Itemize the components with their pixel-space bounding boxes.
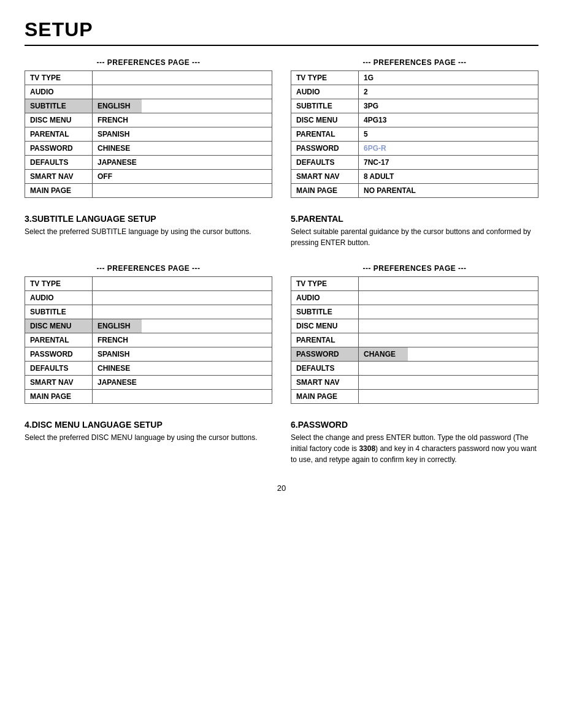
page-number: 20 (25, 483, 538, 493)
section3-heading: 4.DISC MENU LANGUAGE SETUP (25, 420, 272, 430)
table-row: DEFAULTS CHINESE (25, 362, 272, 376)
table-row: DISC MENU (291, 319, 538, 333)
cell-audio2: AUDIO (291, 85, 359, 99)
cell-parental2: PARENTAL (291, 127, 359, 141)
page-title: SETUP (25, 18, 538, 41)
section2-table: TV TYPE 1G AUDIO 2 SUBTITLE 3PG DISC MEN… (291, 70, 538, 198)
table-row: DISC MENU 4PG13 (291, 113, 538, 127)
cell-audio: AUDIO (25, 85, 93, 99)
cell-defaults3: DEFAULTS (25, 362, 93, 375)
cell-defaults2: DEFAULTS (291, 156, 359, 169)
section3-table: TV TYPE AUDIO SUBTITLE DISC MENU ENGLISH… (25, 276, 272, 404)
table-row: PASSWORD SPANISH (25, 347, 272, 362)
cell-parental-val: SPANISH (93, 127, 142, 141)
table-row: SMART NAV (291, 376, 538, 390)
cell-main-page4-val (359, 390, 408, 403)
cell-main-page: MAIN PAGE (25, 184, 93, 197)
table-row: DEFAULTS (291, 362, 538, 376)
cell-main-page3: MAIN PAGE (25, 390, 93, 403)
table-row: TV TYPE 1G (291, 71, 538, 85)
cell-parental3-val: FRENCH (93, 333, 142, 347)
table-row: PARENTAL FRENCH (25, 333, 272, 347)
table-row: MAIN PAGE (25, 184, 272, 197)
section4-table: TV TYPE AUDIO SUBTITLE DISC MENU PARENTA… (291, 276, 538, 404)
cell-password3: PASSWORD (25, 347, 93, 361)
cell-disc-menu3-val: ENGLISH (93, 319, 142, 333)
factory-code: 3308 (359, 444, 375, 453)
section4-col: --- PREFERENCES PAGE --- TV TYPE AUDIO S… (291, 264, 538, 404)
cell-tv-type: TV TYPE (25, 71, 93, 85)
cell-smart-nav2: SMART NAV (291, 170, 359, 183)
table-row: SMART NAV 8 ADULT (291, 170, 538, 184)
section3-label: --- PREFERENCES PAGE --- (25, 264, 272, 273)
cell-defaults3-val: CHINESE (93, 362, 142, 375)
table-row: MAIN PAGE NO PARENTAL (291, 184, 538, 197)
section2-desc: Select suitable parental guidance by the… (291, 226, 538, 248)
table-row: TV TYPE (291, 277, 538, 291)
cell-subtitle2: SUBTITLE (291, 99, 359, 113)
cell-parental4-val (359, 333, 408, 347)
section1-desc: Select the preferred SUBTITLE language b… (25, 226, 272, 237)
cell-password-val: CHINESE (93, 142, 142, 155)
cell-password2-val: 6PG-R (359, 142, 408, 155)
cell-parental4: PARENTAL (291, 333, 359, 347)
cell-password2: PASSWORD (291, 142, 359, 155)
section1-desc-col: 3.SUBTITLE LANGUAGE SETUP Select the pre… (25, 208, 272, 254)
cell-defaults2-val: 7NC-17 (359, 156, 408, 169)
cell-disc-menu4: DISC MENU (291, 319, 359, 333)
section1-label: --- PREFERENCES PAGE --- (25, 58, 272, 67)
table-row: AUDIO (25, 291, 272, 305)
cell-subtitle4-val (359, 305, 408, 319)
cell-disc-menu2-val: 4PG13 (359, 113, 408, 127)
cell-subtitle2-val: 3PG (359, 99, 408, 113)
cell-subtitle-val: ENGLISH (93, 99, 142, 113)
cell-audio-val (93, 85, 142, 99)
cell-smart-nav4-val (359, 376, 408, 389)
section2-desc-col: 5.PARENTAL Select suitable parental guid… (291, 208, 538, 254)
cell-password4: PASSWORD (291, 347, 359, 361)
cell-main-page3-val (93, 390, 142, 403)
section4-desc: Select the change and press ENTER button… (291, 432, 538, 465)
cell-disc-menu-val: FRENCH (93, 113, 142, 127)
cell-smart-nav2-val: 8 ADULT (359, 170, 408, 183)
cell-tv-type2-val: 1G (359, 71, 408, 85)
cell-defaults: DEFAULTS (25, 156, 93, 169)
cell-audio2-val: 2 (359, 85, 408, 99)
cell-audio3: AUDIO (25, 291, 93, 305)
section1-table: TV TYPE AUDIO SUBTITLE ENGLISH DISC MENU… (25, 70, 272, 198)
cell-main-page2: MAIN PAGE (291, 184, 359, 197)
cell-parental2-val: 5 (359, 127, 408, 141)
table-row: DISC MENU FRENCH (25, 113, 272, 127)
cell-smart-nav: SMART NAV (25, 170, 93, 183)
section2-heading: 5.PARENTAL (291, 214, 538, 224)
table-row: DISC MENU ENGLISH (25, 319, 272, 333)
section4-label: --- PREFERENCES PAGE --- (291, 264, 538, 273)
cell-disc-menu3: DISC MENU (25, 319, 93, 333)
table-row: SUBTITLE (291, 305, 538, 319)
cell-defaults-val: JAPANESE (93, 156, 142, 169)
table-row: MAIN PAGE (291, 390, 538, 403)
cell-smart-nav4: SMART NAV (291, 376, 359, 389)
table-row: DEFAULTS JAPANESE (25, 156, 272, 170)
cell-tv-type3-val (93, 277, 142, 290)
cell-password4-val: CHANGE (359, 347, 408, 361)
cell-audio4-val (359, 291, 408, 305)
table-row: PASSWORD 6PG-R (291, 142, 538, 156)
cell-defaults4: DEFAULTS (291, 362, 359, 375)
table-row: TV TYPE (25, 71, 272, 85)
cell-defaults4-val (359, 362, 408, 375)
table-row: PASSWORD CHANGE (291, 347, 538, 362)
table-row: PARENTAL (291, 333, 538, 347)
cell-password3-val: SPANISH (93, 347, 142, 361)
cell-parental3: PARENTAL (25, 333, 93, 347)
cell-main-page-val (93, 184, 142, 197)
table-row: SUBTITLE (25, 305, 272, 319)
cell-main-page4: MAIN PAGE (291, 390, 359, 403)
cell-smart-nav3-val: JAPANESE (93, 376, 142, 389)
cell-smart-nav-val: OFF (93, 170, 142, 183)
cell-password: PASSWORD (25, 142, 93, 155)
table-row: SUBTITLE 3PG (291, 99, 538, 113)
cell-main-page2-val: NO PARENTAL (359, 184, 421, 197)
section1-heading: 3.SUBTITLE LANGUAGE SETUP (25, 214, 272, 224)
section4-desc-col: 6.PASSWORD Select the change and press E… (291, 414, 538, 471)
